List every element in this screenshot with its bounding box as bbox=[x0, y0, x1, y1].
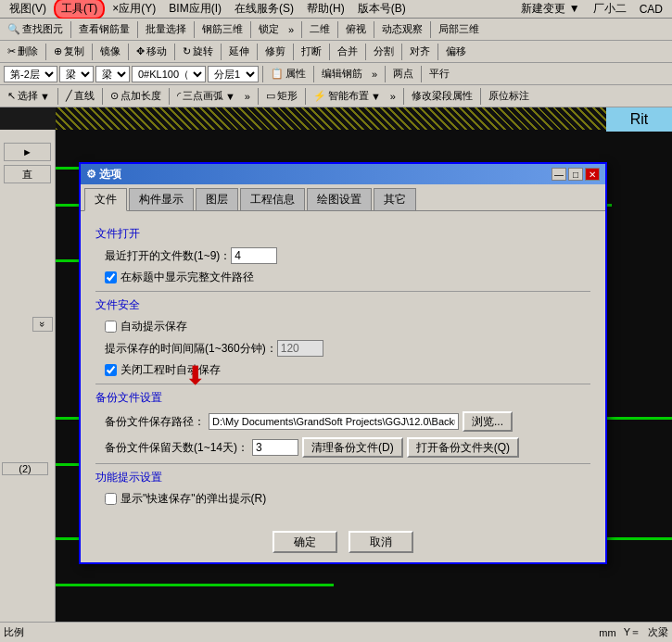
sep3 bbox=[194, 21, 195, 38]
btn-rebar3d[interactable]: 钢筋三维 bbox=[198, 21, 247, 37]
sep23 bbox=[421, 66, 422, 82]
btn-edit-rebar[interactable]: 编辑钢筋 bbox=[318, 66, 366, 82]
auto-save-checkbox[interactable] bbox=[105, 321, 117, 333]
btn-dynamic[interactable]: 动态观察 bbox=[378, 21, 426, 37]
btn-orig-mark[interactable]: 原位标注 bbox=[485, 88, 533, 104]
btn-align[interactable]: 对齐 bbox=[406, 44, 434, 59]
sep26 bbox=[169, 88, 170, 105]
btn-line[interactable]: ╱ 直线 bbox=[62, 88, 98, 104]
btn-local3d[interactable]: 局部三维 bbox=[435, 21, 483, 37]
btn-par[interactable]: 平行 bbox=[425, 66, 453, 82]
btn-two-pt[interactable]: 两点 bbox=[389, 66, 417, 82]
open-backup-folder-button[interactable]: 打开备份文件夹(Q) bbox=[407, 437, 519, 458]
ok-button[interactable]: 确定 bbox=[273, 531, 337, 553]
prop-icon: 📋 bbox=[271, 68, 284, 80]
menu-bar: 视图(V) 工具(T) ×应用(Y) BIM应用(I) 在线服务(S) 帮助(H… bbox=[0, 0, 672, 19]
toolbar-2: ✂ 删除 ⊕ 复制 镜像 ✥ 移动 ↻ 旋转 延伸 修剪 打断 合并 分割 对齐… bbox=[0, 41, 672, 63]
btn-merge[interactable]: 合并 bbox=[334, 44, 361, 59]
tab-draw-settings[interactable]: 绘图设置 bbox=[307, 188, 372, 210]
menu-version[interactable]: 版本号(B) bbox=[352, 0, 412, 18]
quick-save-tip-checkbox[interactable] bbox=[105, 493, 117, 505]
btn-move[interactable]: ✥ 移动 bbox=[133, 44, 171, 59]
menu-app[interactable]: ×应用(Y) bbox=[107, 0, 161, 18]
menu-help[interactable]: 帮助(H) bbox=[301, 0, 350, 18]
sep19 bbox=[437, 44, 438, 60]
btn-extend[interactable]: 延伸 bbox=[225, 44, 253, 59]
backup-days-input[interactable] bbox=[252, 439, 298, 456]
panel-btn-1[interactable]: ► bbox=[4, 143, 51, 161]
status-bar: 比例 mm Y＝ 次梁 bbox=[0, 622, 672, 642]
panel-btn-2[interactable]: 直 bbox=[4, 165, 51, 183]
btn-find-fig[interactable]: 🔍 查找图元 bbox=[4, 21, 67, 37]
grade2-select[interactable]: 分层1 bbox=[208, 66, 259, 82]
dialog-titlebar: ⚙ 选项 — □ ✕ bbox=[81, 164, 605, 184]
btn-more-t1[interactable]: » bbox=[285, 23, 298, 36]
dialog-icon: ⚙ bbox=[86, 168, 96, 181]
browse-button[interactable]: 浏览... bbox=[463, 411, 513, 432]
btn-tri-arc[interactable]: ◜ 三点画弧 ▼ bbox=[173, 88, 239, 104]
btn-copy[interactable]: ⊕ 复制 bbox=[50, 44, 88, 59]
show-path-checkbox[interactable] bbox=[105, 271, 117, 283]
tab-layer[interactable]: 图层 bbox=[196, 188, 238, 210]
btn-batch-sel[interactable]: 批量选择 bbox=[142, 21, 190, 37]
recent-files-input[interactable] bbox=[231, 247, 277, 264]
dialog-maximize-btn[interactable]: □ bbox=[568, 168, 583, 181]
show-path-row: 在标题中显示完整文件路径 bbox=[95, 270, 590, 285]
menu-online[interactable]: 在线服务(S) bbox=[229, 0, 299, 18]
rit-display: Rit bbox=[606, 107, 672, 132]
sep16 bbox=[329, 44, 330, 60]
btn-offset[interactable]: 偏移 bbox=[442, 44, 470, 59]
dialog-close-btn[interactable]: ✕ bbox=[585, 168, 600, 181]
tab-other[interactable]: 其它 bbox=[374, 188, 416, 210]
save-interval-label: 提示保存的时间间隔(1~360分钟)： bbox=[105, 341, 277, 357]
btn-more-t4[interactable]: » bbox=[241, 90, 254, 103]
sep9 bbox=[45, 44, 46, 60]
panel-nav-1[interactable]: » bbox=[32, 317, 53, 332]
save-interval-input[interactable] bbox=[277, 340, 323, 357]
backup-path-input[interactable] bbox=[209, 413, 459, 430]
tab-display[interactable]: 构件显示 bbox=[129, 188, 194, 210]
btn-mirror[interactable]: 镜像 bbox=[96, 44, 124, 59]
tab-project-info[interactable]: 工程信息 bbox=[240, 188, 305, 210]
type-select[interactable]: 梁 bbox=[59, 66, 94, 82]
menu-tools[interactable]: 工具(T) bbox=[54, 0, 105, 19]
dialog-tabs: 文件 构件显示 图层 工程信息 绘图设置 其它 bbox=[81, 184, 605, 211]
btn-add-len[interactable]: ⊙ 点加长度 bbox=[107, 88, 165, 104]
sep4 bbox=[250, 21, 251, 38]
addlen-icon: ⊙ bbox=[110, 90, 119, 102]
dialog-minimize-btn[interactable]: — bbox=[552, 168, 566, 181]
sep13 bbox=[221, 44, 222, 60]
btn-prop[interactable]: 📋 属性 bbox=[267, 66, 310, 82]
menu-bim[interactable]: BIM应用(I) bbox=[163, 0, 227, 18]
btn-rotate[interactable]: ↻ 旋转 bbox=[179, 44, 217, 59]
menu-factory[interactable]: 厂小二 bbox=[588, 0, 632, 18]
tab-file[interactable]: 文件 bbox=[84, 188, 127, 211]
btn-rect[interactable]: ▭ 矩形 bbox=[262, 88, 301, 104]
btn-lock[interactable]: 锁定 bbox=[255, 21, 283, 37]
grade-select[interactable]: 0#KL100（ bbox=[132, 66, 206, 82]
btn-smart[interactable]: ⚡ 智能布置 ▼ bbox=[310, 88, 385, 104]
btn-split[interactable]: 分割 bbox=[370, 44, 398, 59]
clear-backup-button[interactable]: 清理备份文件(D) bbox=[302, 437, 403, 458]
btn-more-t4b[interactable]: » bbox=[387, 90, 399, 103]
smart-icon: ⚡ bbox=[313, 90, 326, 102]
btn-delete[interactable]: ✂ 删除 bbox=[4, 44, 42, 59]
btn-break[interactable]: 打断 bbox=[298, 44, 325, 59]
arc-icon: ◜ bbox=[177, 90, 181, 102]
btn-view-rebar[interactable]: 查看钢筋量 bbox=[75, 21, 133, 37]
btn-topview[interactable]: 俯视 bbox=[342, 21, 370, 37]
menu-new-change[interactable]: 新建变更 ▼ bbox=[515, 0, 585, 18]
btn-more-t3[interactable]: » bbox=[368, 68, 381, 81]
btn-trim[interactable]: 修剪 bbox=[261, 44, 289, 59]
sep25 bbox=[102, 88, 103, 105]
menu-view[interactable]: 视图(V) bbox=[4, 0, 52, 18]
btn-2d[interactable]: 二维 bbox=[306, 21, 334, 37]
name-select[interactable]: 梁 bbox=[95, 66, 130, 82]
auto-save-close-checkbox[interactable] bbox=[105, 364, 117, 376]
menu-cad[interactable]: CAD bbox=[634, 2, 668, 17]
cancel-button[interactable]: 取消 bbox=[349, 531, 413, 553]
layer-select[interactable]: 第-2层 bbox=[4, 66, 57, 82]
btn-mod-seg[interactable]: 修改梁段属性 bbox=[408, 88, 476, 104]
btn-select[interactable]: ↖ 选择 ▼ bbox=[4, 88, 54, 104]
order-label: 次梁 bbox=[648, 625, 668, 639]
